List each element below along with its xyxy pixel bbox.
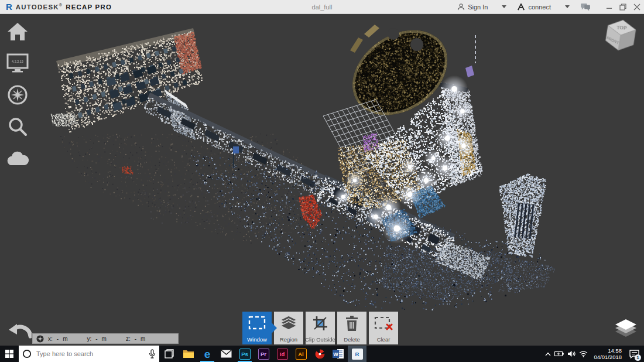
illustrator-icon: Ai — [296, 349, 307, 360]
cortana-icon — [22, 349, 32, 358]
view-navigation-button[interactable] — [5, 82, 30, 108]
clear-clip-icon — [374, 316, 393, 331]
window-button[interactable]: Window — [242, 312, 272, 344]
layers-icon — [614, 318, 638, 340]
tray-volume[interactable] — [567, 350, 576, 357]
taskbar-illustrator[interactable]: Ai — [292, 346, 310, 362]
photoshop-icon: Ps — [239, 349, 251, 360]
title-bar: R AUTODESK® RECAP PRO dal_full Sign In c… — [0, 0, 644, 14]
coord-y: y:-m — [87, 336, 110, 342]
taskbar-edge[interactable]: e — [198, 346, 217, 362]
layer-stack-button[interactable] — [614, 318, 638, 343]
connect-dropdown-caret[interactable] — [565, 5, 570, 8]
coord-x: x:-m — [48, 336, 71, 342]
edge-icon: e — [204, 349, 211, 360]
autodesk-a-icon — [517, 4, 525, 11]
action-center-button[interactable]: 1 — [626, 346, 642, 362]
start-button[interactable] — [0, 346, 19, 362]
microphone-icon[interactable] — [149, 349, 156, 358]
svg-text:W: W — [333, 351, 338, 357]
view-cube[interactable]: TOP FRONT — [600, 15, 642, 56]
trash-icon — [345, 316, 358, 331]
speaker-icon — [567, 350, 576, 357]
home-button[interactable] — [5, 19, 30, 45]
clip-toolbar: Window Region Clip Outside — [242, 312, 400, 344]
clear-button[interactable]: Clear — [369, 312, 398, 344]
taskbar-apps: e Ps Pr Id Ai — [179, 346, 366, 362]
navigation-wheel-icon — [7, 84, 28, 105]
tray-network[interactable] — [579, 351, 588, 357]
taskbar-recap[interactable]: R — [348, 346, 366, 362]
taskbar-photoshop[interactable]: Ps — [235, 346, 254, 362]
clock-date: 04/01/2018 — [594, 354, 622, 360]
sign-in-button[interactable]: Sign In — [457, 3, 488, 11]
restore-button[interactable] — [616, 0, 630, 14]
task-view-icon — [165, 349, 174, 358]
close-button[interactable] — [630, 0, 644, 14]
battery-icon — [554, 351, 564, 357]
region-button[interactable]: Region — [274, 312, 303, 344]
minimize-button[interactable] — [602, 0, 616, 14]
view-cube-top-label: TOP — [616, 25, 627, 31]
user-icon — [457, 3, 465, 11]
monitor-icon: 4.2.2.15 — [6, 53, 29, 73]
chevron-up-icon — [545, 352, 551, 356]
tray-expand-button[interactable] — [545, 352, 551, 356]
project-display-button[interactable]: 4.2.2.15 — [5, 50, 30, 76]
undo-arrow-icon — [7, 319, 32, 339]
tray-battery[interactable] — [554, 351, 564, 357]
home-icon — [6, 22, 29, 42]
windows-logo-icon — [5, 350, 13, 358]
clip-outside-button[interactable]: Clip Outside — [306, 312, 335, 344]
coordinates-bar: x:-m y:-m z:-m — [32, 333, 179, 344]
file-explorer-icon — [183, 349, 194, 358]
mail-icon — [221, 350, 232, 358]
chat-icon — [580, 3, 591, 11]
compass-icon — [36, 335, 44, 343]
clip-outside-icon — [313, 316, 328, 331]
windows-taskbar: e Ps Pr Id Ai — [0, 346, 644, 362]
connect-button[interactable]: connect — [517, 4, 551, 11]
recap-logo-icon: R — [6, 2, 12, 12]
taskbar-acrobat[interactable] — [310, 346, 329, 362]
system-tray: 14:58 04/01/2018 1 — [545, 346, 644, 362]
taskbar-word[interactable]: W — [329, 346, 348, 362]
product-text: RECAP PRO — [66, 4, 112, 11]
undo-button[interactable] — [7, 319, 32, 341]
acrobat-icon — [314, 349, 326, 360]
feedback-button[interactable] — [580, 3, 594, 11]
sign-in-dropdown-caret[interactable] — [502, 5, 506, 8]
notification-badge: 1 — [635, 354, 641, 361]
brand-text: AUTODESK® — [16, 3, 63, 11]
premiere-icon: Pr — [258, 349, 269, 360]
taskbar-indesign[interactable]: Id — [273, 346, 292, 362]
clock-time: 14:58 — [594, 347, 622, 354]
search-button[interactable] — [5, 114, 30, 139]
taskbar-file-explorer[interactable] — [179, 346, 198, 362]
word-icon: W — [333, 349, 344, 359]
point-cloud-viewport[interactable] — [0, 0, 644, 362]
window-selection-icon — [248, 316, 266, 330]
clock[interactable]: 14:58 04/01/2018 — [594, 347, 622, 360]
recap-window: R AUTODESK® RECAP PRO dal_full Sign In c… — [0, 0, 644, 362]
taskbar-search[interactable] — [19, 346, 159, 362]
coord-z: z:-m — [126, 336, 149, 342]
cloud-button[interactable] — [5, 145, 30, 171]
wifi-icon — [579, 351, 588, 357]
delete-button[interactable]: Delete — [337, 312, 366, 344]
search-icon — [7, 116, 28, 137]
task-view-button[interactable] — [159, 346, 179, 362]
recap-icon: R — [352, 349, 363, 360]
cloud-icon — [6, 150, 29, 166]
region-layers-icon — [280, 316, 297, 331]
search-input[interactable] — [35, 350, 149, 358]
version-text: 4.2.2.15 — [12, 60, 23, 63]
left-toolbar: 4.2.2.15 — [4, 19, 32, 177]
taskbar-mail[interactable] — [217, 346, 235, 362]
taskbar-premiere[interactable]: Pr — [254, 346, 273, 362]
indesign-icon: Id — [277, 349, 288, 360]
